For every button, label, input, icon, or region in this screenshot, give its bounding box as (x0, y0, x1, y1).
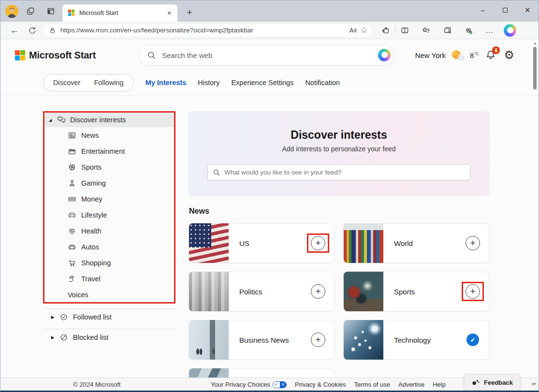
lock-icon (49, 27, 56, 34)
footer-link-privacy-choices[interactable]: Your Privacy Choices ✓✕ (211, 381, 287, 388)
sidebar-item-gaming[interactable]: Gaming (44, 175, 174, 191)
workspaces-icon[interactable] (22, 4, 39, 18)
product-title[interactable]: Microsoft Start (29, 50, 96, 61)
sidebar-item-news[interactable]: News (44, 127, 174, 143)
profile-avatar[interactable] (5, 5, 18, 18)
microsoft-logo[interactable] (15, 50, 25, 60)
caret-expanded-icon[interactable]: ◢ (47, 118, 53, 122)
footer-link-privacy-cookies[interactable]: Privacy & Cookies (295, 381, 346, 388)
discover-interests-icon (57, 116, 66, 124)
scroll-down-icon[interactable]: ▼ (532, 381, 538, 387)
tab-history[interactable]: History (198, 79, 219, 87)
card-label: World (394, 239, 413, 247)
maximize-button[interactable] (494, 0, 516, 20)
sidebar-item-shopping[interactable]: Shopping (44, 255, 174, 271)
interest-card-politics[interactable]: Politics + (189, 272, 335, 311)
interest-search-box[interactable] (207, 164, 470, 180)
web-search-box[interactable] (138, 45, 395, 65)
interest-card-business-news[interactable]: Business News + (189, 320, 335, 360)
refresh-button[interactable] (25, 24, 39, 37)
add-wrap: + (311, 333, 325, 347)
add-interest-button[interactable]: + (311, 236, 325, 250)
card-label: Politics (239, 288, 262, 296)
split-screen-icon[interactable] (397, 24, 412, 37)
tab-close-icon[interactable]: ✕ (165, 9, 174, 17)
tab-experience-settings[interactable]: Experience Settings (231, 79, 293, 87)
interest-card-technology[interactable]: Technology ✓ (343, 320, 489, 360)
added-check-button[interactable]: ✓ (466, 334, 479, 346)
url-text: https://www.msn.com/en-us/feed/personali… (60, 27, 348, 34)
footer-link-terms[interactable]: Terms of use (354, 381, 390, 388)
page-footer: © 2024 Microsoft Your Privacy Choices ✓✕… (0, 377, 539, 391)
more-menu-icon[interactable]: … (482, 24, 497, 37)
favorites-icon[interactable] (419, 24, 433, 37)
sidebar-item-label: Discover interests (70, 116, 126, 124)
favorite-star-icon[interactable]: ☆ (361, 25, 368, 35)
sports-thumbnail (344, 272, 383, 311)
health-icon (68, 227, 76, 235)
tab-discover[interactable]: Discover (53, 79, 80, 87)
sidebar-item-money[interactable]: Money (44, 191, 174, 207)
footer-link-advertise[interactable]: Advertise (398, 381, 424, 388)
caret-collapsed-icon[interactable]: ▶ (50, 335, 56, 340)
search-copilot-icon[interactable] (378, 49, 391, 61)
vertical-tabs-icon[interactable] (43, 4, 59, 18)
sidebar-item-travel[interactable]: Travel (44, 271, 174, 287)
scroll-up-icon[interactable]: ▲ (532, 41, 538, 46)
sidebar-item-label: Sports (81, 163, 102, 171)
add-interest-button[interactable]: + (311, 284, 325, 299)
sidebar-item-label: Followed list (73, 313, 112, 321)
feedback-button[interactable]: Feedback (464, 375, 520, 391)
header-divider (0, 95, 539, 96)
notifications-button[interactable]: 6 (485, 49, 497, 61)
feed-toggle-pill: Discover Following (43, 74, 134, 91)
sidebar-item-followed-list[interactable]: ▶ Followed list (43, 310, 175, 324)
scrollbar-thumb[interactable] (533, 47, 537, 89)
read-aloud-icon[interactable] (348, 26, 358, 35)
new-tab-button[interactable]: + (183, 6, 196, 19)
sidebar-item-entertainment[interactable]: Entertainment (44, 143, 174, 159)
add-interest-button[interactable]: + (311, 333, 325, 347)
minimize-button[interactable]: – (472, 0, 494, 20)
extensions-icon[interactable] (379, 24, 393, 37)
page-scrollbar[interactable]: ▲ ▼ (532, 39, 539, 391)
money-icon (68, 195, 76, 203)
privacy-choices-icon: ✓✕ (273, 381, 287, 388)
maximize-icon (503, 8, 508, 13)
sidebar-item-blocked-list[interactable]: ▶ Blocked list (43, 330, 175, 345)
add-interest-button[interactable]: + (466, 284, 480, 299)
sidebar-item-discover-interests[interactable]: ◢ Discover interests (44, 113, 174, 127)
interest-search-input[interactable] (224, 169, 465, 176)
weather-temperature[interactable]: 8°C (470, 51, 479, 59)
copilot-icon[interactable] (503, 24, 517, 37)
world-flags-thumbnail (344, 223, 383, 263)
business-news-thumbnail (189, 320, 229, 360)
caret-collapsed-icon[interactable]: ▶ (50, 315, 56, 319)
card-label: Technology (394, 336, 431, 344)
browser-essentials-icon[interactable] (461, 24, 476, 37)
tab-my-interests[interactable]: My Interests (146, 79, 187, 87)
browser-tab[interactable]: Microsoft Start ✕ (62, 4, 177, 22)
weather-location[interactable]: New York (415, 51, 446, 59)
autos-icon (68, 243, 76, 251)
copyright-text: © 2024 Microsoft (73, 381, 120, 388)
tab-notification[interactable]: Notification (305, 79, 340, 87)
sidebar-item-lifestyle[interactable]: Lifestyle (44, 207, 174, 223)
add-interest-button[interactable]: + (466, 236, 480, 250)
interest-card-us[interactable]: US + (189, 223, 335, 263)
settings-gear-icon[interactable]: ⚙ (504, 49, 514, 61)
tab-following[interactable]: Following (94, 79, 123, 87)
sidebar-item-sports[interactable]: Sports (44, 159, 174, 175)
address-bar[interactable]: https://www.msn.com/en-us/feed/personali… (43, 23, 373, 37)
sidebar-item-autos[interactable]: Autos (44, 239, 174, 255)
sidebar-item-health[interactable]: Health (44, 223, 174, 239)
close-button[interactable]: ✕ (516, 0, 539, 20)
footer-link-help[interactable]: Help (433, 381, 446, 388)
interest-cards-grid: US + World + Politics + (189, 223, 489, 392)
collections-icon[interactable] (440, 24, 454, 37)
sidebar-item-voices[interactable]: Voices (44, 287, 174, 303)
back-button[interactable]: ← (7, 24, 22, 37)
interest-card-sports[interactable]: Sports + (343, 272, 489, 311)
web-search-input[interactable] (162, 51, 378, 59)
interest-card-world[interactable]: World + (343, 223, 489, 263)
